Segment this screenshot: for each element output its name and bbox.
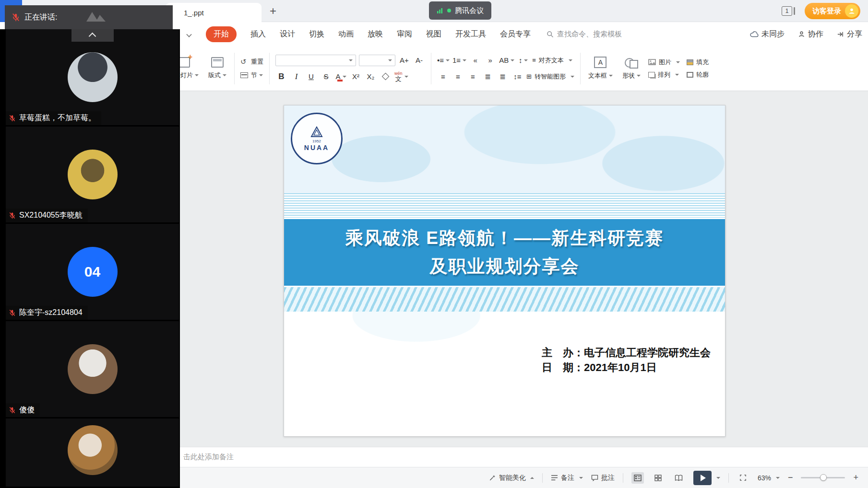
slide-info-text[interactable]: 主 办：电子信息工程学院研究生会 日 期：2021年10月1日 — [542, 345, 711, 375]
bullets-button[interactable]: •≡ — [437, 55, 450, 66]
phonetic-char: 文 — [395, 76, 402, 82]
zoom-out-button[interactable]: − — [788, 473, 793, 483]
meeting-sidebar: 正在讲话: 草莓蛋糕，不加草莓。 SX2104055李晓航 04 陈奎宇 — [0, 0, 180, 488]
normal-view-button[interactable] — [631, 472, 644, 484]
tab-review[interactable]: 审阅 — [397, 29, 412, 39]
comments-button[interactable]: 批注 — [591, 474, 615, 482]
text-box-label: 文本框 — [588, 71, 613, 80]
tab-design[interactable]: 设计 — [280, 29, 295, 39]
increase-indent-button[interactable]: » — [484, 55, 496, 66]
tab-list-button[interactable]: 1 — [782, 6, 795, 16]
zoom-in-button[interactable]: + — [853, 473, 858, 483]
fill-button[interactable]: 填充 — [687, 58, 709, 67]
participant-tile[interactable]: 04 陈奎宇-sz2104804 — [6, 224, 179, 320]
participant-name-label: 陈奎宇-sz2104804 — [6, 306, 88, 320]
decrease-font-button[interactable]: A- — [413, 55, 425, 66]
decrease-indent-button[interactable]: « — [469, 55, 481, 66]
section-button[interactable]: 节 — [240, 71, 263, 80]
participant-tile[interactable] — [6, 418, 179, 487]
picture-label: 图片 — [659, 58, 671, 67]
underline-button[interactable]: U — [305, 71, 317, 82]
document-tab[interactable]: 1_.ppt — [166, 3, 262, 22]
sync-status[interactable]: 未同步 — [750, 29, 785, 39]
text-box-button[interactable]: A 文本框 — [586, 56, 615, 81]
participant-tile[interactable]: 傻傻 — [6, 321, 179, 417]
font-name-select[interactable] — [275, 55, 356, 66]
ribbon-collapse-icon[interactable] — [186, 31, 192, 37]
reading-view-button[interactable] — [673, 472, 685, 484]
smart-graphic-icon: ⊞ — [526, 73, 532, 80]
outline-label: 轮廓 — [696, 70, 709, 79]
notes-button[interactable]: 备注 — [551, 474, 583, 482]
logo-text: NUAA — [304, 144, 329, 151]
row-spacing-button[interactable]: ↕≡ — [511, 71, 523, 82]
justify-button[interactable]: ≣ — [482, 71, 494, 82]
comments-label: 批注 — [601, 474, 615, 482]
account-avatar-icon — [845, 4, 858, 18]
strikethrough-button[interactable]: S — [320, 71, 332, 82]
participant-tile[interactable]: SX2104055李晓航 — [6, 127, 179, 222]
layout-button[interactable]: 版式 — [206, 56, 228, 81]
slide[interactable]: 1952 NUAA 乘风破浪 E路领航！——新生科研竞赛 及职业规划分享会 主 … — [284, 105, 725, 437]
outline-button[interactable]: 轮廓 — [687, 70, 709, 79]
italic-button[interactable]: I — [290, 71, 302, 82]
collaborate-button[interactable]: 协作 — [798, 29, 823, 39]
align-left-button[interactable]: ≡ — [437, 71, 449, 82]
tab-slideshow[interactable]: 放映 — [368, 29, 383, 39]
bold-button[interactable]: B — [275, 71, 287, 82]
shapes-button[interactable]: 形状 — [620, 56, 642, 81]
ribbon-search[interactable]: 查找命令、搜索模板 — [547, 30, 622, 39]
tab-transition[interactable]: 切换 — [309, 29, 324, 39]
meeting-floating-bar[interactable]: 腾讯会议 — [429, 1, 491, 20]
phonetic-guide-button[interactable]: wén 文 — [394, 71, 408, 82]
zoom-slider-thumb[interactable] — [820, 474, 827, 481]
fill-label: 填充 — [696, 58, 709, 67]
line-spacing-button[interactable]: ↕ — [517, 55, 529, 66]
speaker-logo-icon — [84, 10, 109, 24]
bullets-icon: •≡ — [437, 56, 444, 64]
fit-slide-button[interactable] — [737, 472, 749, 484]
text-direction-button[interactable]: AB — [499, 55, 514, 66]
arrange-label: 排列 — [658, 70, 670, 79]
tab-insert[interactable]: 插入 — [250, 29, 266, 39]
zoom-level[interactable]: 63% — [758, 474, 780, 482]
text-effects-button[interactable] — [380, 71, 392, 82]
align-center-button[interactable]: ≡ — [452, 71, 464, 82]
font-size-select[interactable] — [359, 55, 395, 66]
tab-view[interactable]: 视图 — [426, 29, 441, 39]
picture-button[interactable]: 图片 — [648, 58, 680, 67]
increase-font-button[interactable]: A+ — [398, 55, 410, 66]
font-color-button[interactable]: A — [335, 71, 347, 82]
superscript-button[interactable]: X² — [350, 71, 362, 82]
play-slideshow-button[interactable] — [693, 471, 720, 485]
chevron-up-icon — [89, 33, 96, 40]
collapse-sidebar-button[interactable] — [71, 29, 114, 42]
share-button[interactable]: 分享 — [837, 29, 862, 39]
tab-member[interactable]: 会员专享 — [500, 29, 531, 39]
smart-beautify-button[interactable]: 智能美化 — [489, 474, 534, 482]
smart-graphic-button[interactable]: ⊞ 转智能图形 — [526, 72, 574, 81]
reset-button[interactable]: 重置 — [240, 58, 263, 66]
distribute-button[interactable]: ≣ — [497, 71, 509, 82]
notes-placeholder: 击此处添加备注 — [183, 453, 234, 462]
signal-bars-icon — [437, 7, 443, 14]
reset-label: 重置 — [251, 58, 263, 66]
guest-login-button[interactable]: 访客登录 — [805, 3, 860, 19]
slide-title-banner[interactable]: 乘风破浪 E路领航！——新生科研竞赛 及职业规划分享会 — [284, 219, 725, 286]
layout-label: 版式 — [208, 71, 226, 80]
align-text-button[interactable]: ≡ 对齐文本 — [532, 56, 572, 65]
tab-developer[interactable]: 开发工具 — [455, 29, 486, 39]
tab-animation[interactable]: 动画 — [338, 29, 354, 39]
new-tab-button[interactable] — [265, 3, 281, 19]
arrange-button[interactable]: 排列 — [648, 70, 680, 79]
participant-name: 陈奎宇-sz2104804 — [19, 308, 83, 318]
participant-tile[interactable]: 草莓蛋糕，不加草莓。 — [6, 29, 179, 125]
tab-home[interactable]: 开始 — [206, 26, 237, 42]
subscript-button[interactable]: X₂ — [365, 71, 377, 82]
zoom-slider[interactable] — [801, 477, 845, 478]
participant-name-label: 傻傻 — [6, 403, 40, 417]
numbering-button[interactable]: 1≡ — [452, 55, 466, 66]
align-right-icon: ≡ — [471, 72, 475, 81]
slide-sorter-view-button[interactable] — [652, 472, 665, 484]
align-right-button[interactable]: ≡ — [467, 71, 479, 82]
